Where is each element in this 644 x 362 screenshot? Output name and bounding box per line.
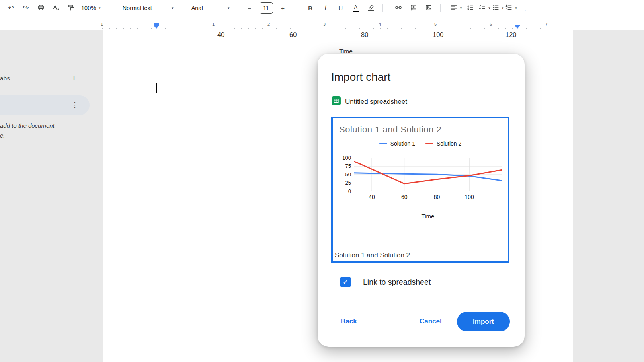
indent-triangle-icon bbox=[154, 25, 159, 29]
chart-caption: Solution 1 and Solution 2 bbox=[335, 251, 410, 259]
more-vertical-icon: ⋮ bbox=[522, 4, 528, 12]
more-toolbar-options-button[interactable]: ⋮ bbox=[519, 2, 531, 14]
chevron-down-icon: ▾ bbox=[460, 6, 462, 10]
add-tab-button[interactable]: + bbox=[68, 72, 80, 84]
right-indent-marker[interactable] bbox=[515, 25, 520, 29]
plus-icon: + bbox=[281, 5, 285, 12]
ruler-number: 7 bbox=[545, 22, 548, 27]
tabs-sidebar: abs + ⋮ add to the document e. bbox=[0, 30, 103, 362]
decrease-font-size-button[interactable]: − bbox=[244, 2, 256, 14]
toolbar: ↶ ↷ 100% ▾ Normal text ▾ Arial ▾ − 11 + bbox=[0, 0, 644, 16]
toolbar-divider bbox=[238, 4, 238, 12]
check-icon: ✓ bbox=[343, 279, 348, 286]
toolbar-divider bbox=[440, 4, 441, 12]
chevron-down-icon: ▾ bbox=[172, 6, 174, 10]
bulleted-list-icon bbox=[492, 4, 499, 12]
y-tick-label: 100 bbox=[333, 155, 351, 161]
chevron-down-icon: ▾ bbox=[99, 6, 101, 10]
ruler-number: 6 bbox=[490, 22, 492, 27]
document-chart-x-label: 80 bbox=[361, 31, 368, 39]
toolbar-divider bbox=[107, 4, 107, 12]
ruler-number: 1 bbox=[101, 22, 103, 27]
legend-item: Solution 2 bbox=[425, 140, 461, 147]
link-icon bbox=[395, 4, 402, 12]
left-indent-marker[interactable] bbox=[154, 23, 159, 29]
spellcheck-button[interactable] bbox=[50, 2, 62, 14]
cancel-button[interactable]: Cancel bbox=[420, 317, 442, 325]
document-chart-x-label: 40 bbox=[217, 31, 224, 39]
sheets-icon bbox=[331, 96, 341, 107]
checklist-select[interactable]: ▾ bbox=[478, 4, 490, 12]
x-tick-label: 100 bbox=[463, 194, 475, 200]
legend-label: Solution 1 bbox=[390, 140, 415, 147]
ruler[interactable]: 11234567 bbox=[0, 20, 644, 30]
redo-button[interactable]: ↷ bbox=[20, 2, 32, 14]
import-button[interactable]: Import bbox=[457, 312, 510, 331]
chart-title: Solution 1 and Solution 2 bbox=[339, 125, 441, 135]
chart-plot bbox=[354, 158, 502, 191]
x-tick-label: 60 bbox=[398, 194, 410, 200]
italic-button[interactable]: I bbox=[320, 2, 332, 14]
tabs-hint-text: add to the document bbox=[0, 122, 55, 129]
y-tick-label: 0 bbox=[333, 188, 351, 194]
line-spacing-button[interactable] bbox=[464, 2, 476, 14]
dialog-title: Import chart bbox=[331, 71, 390, 84]
align-select[interactable]: ▾ bbox=[450, 4, 462, 12]
numbered-list-select[interactable]: ▾ bbox=[505, 4, 517, 12]
paragraph-style-select[interactable]: Normal text ▾ bbox=[123, 5, 174, 11]
ruler-number: 5 bbox=[434, 22, 437, 27]
chart-preview[interactable]: Solution 1 and Solution 2 Solution 1Solu… bbox=[331, 117, 509, 263]
paint-roller-icon bbox=[68, 4, 75, 12]
font-select[interactable]: Arial ▾ bbox=[191, 5, 230, 11]
bold-button[interactable]: B bbox=[304, 2, 316, 14]
tabs-hint-text: e. bbox=[0, 132, 5, 139]
text-color-button[interactable]: A bbox=[350, 2, 362, 14]
toolbar-divider bbox=[181, 4, 181, 12]
bulleted-list-select[interactable]: ▾ bbox=[492, 4, 504, 12]
undo-button[interactable]: ↶ bbox=[5, 2, 17, 14]
checklist-icon bbox=[478, 4, 486, 12]
highlight-color-button[interactable] bbox=[365, 2, 377, 14]
ruler-number: 4 bbox=[379, 22, 381, 27]
x-tick-label: 40 bbox=[366, 194, 378, 200]
comment-add-icon bbox=[410, 4, 417, 12]
insert-link-button[interactable] bbox=[392, 2, 404, 14]
underline-button[interactable]: U bbox=[335, 2, 347, 14]
spreadsheet-source: Untitled spreadsheet bbox=[331, 96, 407, 107]
highlighter-icon bbox=[367, 4, 375, 12]
spreadsheet-name: Untitled spreadsheet bbox=[345, 98, 407, 106]
link-to-spreadsheet-checkbox[interactable]: ✓ bbox=[340, 277, 351, 287]
chevron-down-icon: ▾ bbox=[228, 6, 230, 10]
text-color-icon: A bbox=[353, 4, 359, 12]
y-tick-label: 50 bbox=[333, 171, 351, 177]
insert-image-button[interactable] bbox=[423, 2, 435, 14]
zoom-select[interactable]: 100% ▾ bbox=[81, 5, 101, 11]
back-button[interactable]: Back bbox=[341, 317, 357, 325]
chevron-down-icon: ▾ bbox=[488, 6, 490, 10]
legend-swatch bbox=[425, 143, 433, 144]
tab-options-button[interactable]: ⋮ bbox=[71, 101, 78, 109]
x-tick-label: 80 bbox=[431, 194, 443, 200]
legend-swatch bbox=[379, 143, 387, 144]
paragraph-style-value: Normal text bbox=[123, 5, 152, 11]
zoom-value: 100% bbox=[81, 5, 96, 11]
first-line-indent-icon bbox=[154, 23, 159, 25]
paint-format-button[interactable] bbox=[65, 2, 77, 14]
numbered-list-icon bbox=[505, 4, 512, 12]
legend-label: Solution 2 bbox=[437, 140, 461, 147]
tabs-heading: abs bbox=[0, 75, 10, 82]
print-button[interactable] bbox=[35, 2, 47, 14]
document-chart-x-label: 100 bbox=[433, 31, 444, 39]
chart-legend: Solution 1Solution 2 bbox=[333, 140, 508, 147]
print-icon bbox=[37, 4, 45, 12]
increase-font-size-button[interactable]: + bbox=[277, 2, 289, 14]
font-size-input[interactable]: 11 bbox=[260, 2, 273, 14]
image-icon bbox=[425, 4, 432, 12]
active-tab[interactable]: ⋮ bbox=[0, 95, 90, 115]
checkbox-label: Link to spreadsheet bbox=[363, 278, 431, 287]
undo-icon: ↶ bbox=[8, 4, 14, 12]
chevron-down-icon: ▾ bbox=[515, 6, 517, 10]
add-comment-button[interactable] bbox=[408, 2, 420, 14]
ruler-number: 3 bbox=[323, 22, 326, 27]
google-docs-window: ↶ ↷ 100% ▾ Normal text ▾ Arial ▾ − 11 + bbox=[0, 0, 644, 362]
